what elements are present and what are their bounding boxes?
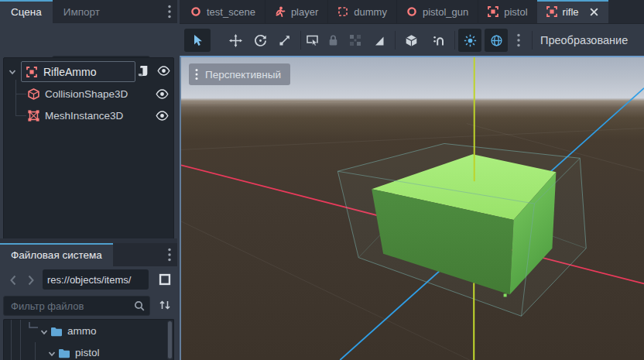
history-back-button[interactable]	[6, 274, 20, 286]
chevron-down-icon[interactable]	[39, 327, 49, 337]
folder-label: ammo	[67, 325, 97, 337]
magnet-snap-icon	[433, 34, 445, 46]
node-rename-field	[21, 61, 135, 82]
scene-tree-panel: CollisionShape3D MeshInstance3D	[3, 57, 174, 240]
visibility-toggle[interactable]	[156, 63, 171, 77]
select-tool-button[interactable]	[184, 29, 211, 52]
scene-tab-label: test_scene	[207, 6, 255, 18]
sort-icon	[159, 300, 171, 310]
list-select-icon	[306, 34, 319, 46]
folder-icon	[50, 327, 63, 337]
preview-sunlight-toggle[interactable]	[458, 29, 481, 52]
history-forward-button[interactable]	[24, 274, 38, 286]
folder-row-pistol[interactable]: pistol	[4, 344, 168, 360]
snap-mode-button[interactable]	[429, 29, 449, 52]
tree-branch-corner	[28, 322, 39, 333]
transform-menu-label: Преобразование	[540, 34, 628, 46]
current-path-field[interactable]: res://objects/items/	[43, 269, 149, 290]
scene-tab-label: player	[291, 6, 318, 18]
attached-script-button[interactable]	[135, 63, 151, 78]
tree-row-collisionshape3d[interactable]: CollisionShape3D	[4, 84, 173, 105]
projection-menu[interactable]: Перспективный	[189, 63, 290, 85]
toolbar-separator	[532, 31, 533, 50]
current-path: res://objects/items/	[47, 274, 131, 286]
scene-dock-toolbar	[0, 23, 177, 57]
character-icon	[275, 6, 286, 17]
file-sort-button[interactable]	[155, 296, 175, 314]
file-filter-input[interactable]	[9, 297, 132, 315]
collision-handle-dot	[504, 293, 507, 297]
split-view-button[interactable]	[155, 269, 175, 290]
toolbar-separator	[395, 31, 396, 50]
chevron-down-icon[interactable]	[8, 67, 17, 77]
scene-tab-pistol[interactable]: pistol	[478, 0, 536, 23]
folder-label: pistol	[75, 347, 100, 358]
filesystem-menu-button[interactable]	[162, 243, 177, 266]
filesystem-scrollbar[interactable]	[167, 321, 173, 360]
chevron-right-icon	[27, 275, 35, 286]
move-tool-button[interactable]	[225, 29, 245, 52]
rotate-tool-button[interactable]	[250, 29, 270, 52]
kebab-menu-icon	[516, 33, 521, 47]
kebab-menu-icon	[167, 5, 172, 19]
scene-tab-label: pistol_gun	[423, 6, 468, 18]
group-selected-button[interactable]	[345, 29, 365, 52]
viewport-scene	[181, 57, 644, 360]
tree-row-rifleammo	[5, 60, 172, 83]
scene-dock-menu-button[interactable]	[162, 0, 177, 23]
node3d-instance-icon	[488, 6, 498, 17]
script-icon	[138, 65, 149, 77]
filesystem-nav: res://objects/items/	[0, 266, 177, 293]
tree-row-meshinstance3d[interactable]: MeshInstance3D	[4, 106, 173, 126]
viewport-3d[interactable]: Перспективный	[180, 56, 644, 360]
close-icon[interactable]	[589, 7, 599, 17]
ruler-mode-button[interactable]	[369, 29, 389, 52]
tab-filesystem[interactable]: Файловая система	[0, 243, 113, 266]
scene-tab-rifle[interactable]: rifle	[537, 0, 608, 23]
tab-import[interactable]: Импорт	[53, 0, 111, 23]
tab-filesystem-label: Файловая система	[11, 249, 102, 261]
toolbar-separator	[300, 31, 301, 50]
tab-import-label: Импорт	[63, 6, 100, 18]
scene-tab-label: rifle	[563, 6, 579, 18]
scene-tab-label: dummy	[354, 6, 387, 18]
preview-options-button[interactable]	[511, 29, 526, 52]
folder-icon	[58, 348, 70, 358]
node-rename-input[interactable]	[42, 65, 122, 79]
node3d-instance-icon	[546, 6, 557, 17]
tab-scene[interactable]: Сцена	[0, 0, 53, 23]
scene-tab-dummy[interactable]: dummy	[327, 0, 396, 23]
preview-environment-toggle[interactable]	[485, 29, 508, 52]
node3d-instance-icon	[26, 67, 37, 77]
scene-tab-test-scene[interactable]: test_scene	[181, 0, 265, 23]
mesh-instance-icon	[28, 110, 39, 122]
kebab-menu-icon	[194, 68, 199, 81]
tab-scene-label: Сцена	[11, 6, 42, 18]
chevron-left-icon	[9, 275, 17, 286]
projection-label: Перспективный	[205, 69, 281, 81]
lock-selected-button[interactable]	[323, 29, 343, 52]
cube-icon	[405, 34, 418, 47]
dashed-node-icon	[337, 6, 348, 17]
visibility-toggle[interactable]	[154, 87, 170, 101]
eye-icon	[156, 111, 169, 121]
angle-ruler-icon	[373, 35, 385, 46]
chevron-down-icon[interactable]	[47, 349, 57, 358]
main-area: test_scene player dummy pistol_gun pisto…	[180, 0, 644, 360]
scrollbar-thumb[interactable]	[168, 321, 172, 358]
globe-icon	[490, 34, 503, 47]
collision-shape-icon	[28, 88, 39, 100]
folder-row-ammo[interactable]: ammo	[4, 322, 168, 341]
kebab-menu-icon	[167, 248, 172, 262]
sun-icon	[464, 34, 477, 47]
local-space-button[interactable]	[401, 29, 421, 52]
scene-tab-pistol-gun[interactable]: pistol_gun	[396, 0, 478, 23]
list-select-button[interactable]	[302, 29, 322, 52]
transform-menu[interactable]: Преобразование	[540, 24, 628, 57]
scene-dock-tabbar: Сцена Импорт	[0, 0, 177, 23]
scale-tool-button[interactable]	[275, 29, 295, 52]
rotate-icon	[254, 34, 267, 47]
scene-tab-player[interactable]: player	[265, 0, 327, 23]
visibility-toggle[interactable]	[154, 108, 170, 122]
scene-tabs-bar: test_scene player dummy pistol_gun pisto…	[180, 0, 644, 23]
